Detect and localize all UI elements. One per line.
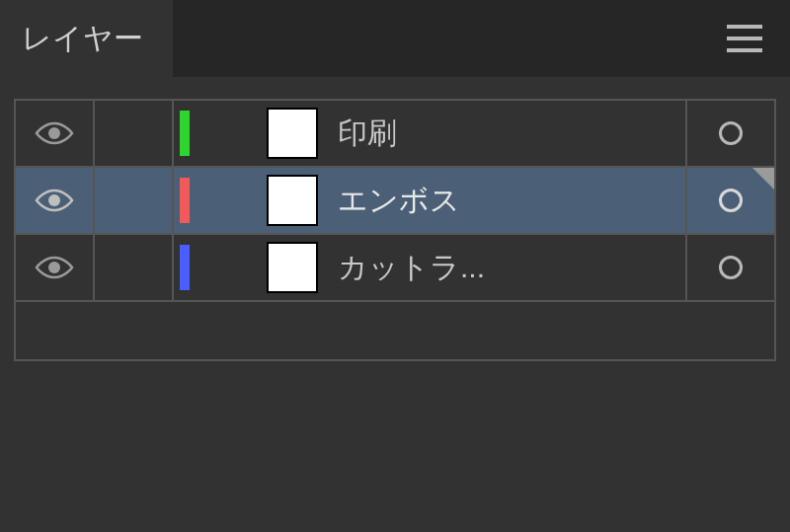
layer-thumbnail[interactable]	[267, 175, 318, 226]
layer-color-swatch	[180, 245, 190, 290]
layer-color-column	[174, 235, 196, 300]
layer-name[interactable]: カットラ...	[338, 248, 485, 288]
layer-main[interactable]: エンボス	[196, 168, 685, 233]
layer-color-column	[174, 101, 196, 166]
layer-name[interactable]: エンボス	[338, 181, 460, 221]
layers-empty-area[interactable]	[16, 302, 774, 361]
visibility-toggle[interactable]	[16, 101, 95, 166]
target-circle-icon	[719, 256, 743, 279]
layer-name[interactable]: 印刷	[338, 114, 397, 154]
layer-thumbnail[interactable]	[267, 242, 318, 293]
eye-icon	[35, 254, 74, 281]
layer-row[interactable]: エンボス	[16, 168, 774, 235]
layers-list: 印刷 エンボス	[14, 99, 776, 361]
target-circle-icon	[719, 121, 743, 145]
eye-icon	[35, 187, 74, 214]
layer-main[interactable]: カットラ...	[196, 235, 685, 300]
svg-point-1	[48, 194, 60, 206]
layer-row[interactable]: 印刷	[16, 101, 774, 168]
layers-container: 印刷 エンボス	[0, 77, 790, 532]
svg-point-0	[48, 127, 60, 139]
selection-target[interactable]	[685, 235, 774, 300]
selection-target[interactable]	[685, 101, 774, 166]
lock-column[interactable]	[95, 235, 174, 300]
lock-column[interactable]	[95, 101, 174, 166]
layer-color-swatch	[180, 178, 190, 223]
panel-title: レイヤー	[22, 19, 143, 59]
visibility-toggle[interactable]	[16, 168, 95, 233]
target-circle-icon	[719, 189, 743, 212]
eye-icon	[35, 119, 74, 147]
layer-color-column	[174, 168, 196, 233]
layer-row[interactable]: カットラ...	[16, 235, 774, 302]
visibility-toggle[interactable]	[16, 235, 95, 300]
layer-main[interactable]: 印刷	[196, 101, 685, 166]
panel-menu-icon[interactable]	[727, 25, 762, 52]
layer-thumbnail[interactable]	[267, 108, 318, 159]
panel-header: レイヤー	[0, 0, 790, 77]
panel-header-rest	[173, 0, 790, 77]
lock-column[interactable]	[95, 168, 174, 233]
svg-point-2	[48, 262, 60, 273]
layers-panel: レイヤー	[0, 0, 790, 532]
panel-tab[interactable]: レイヤー	[0, 0, 173, 77]
layer-color-swatch	[180, 111, 190, 156]
selected-indicator-icon	[752, 168, 774, 190]
